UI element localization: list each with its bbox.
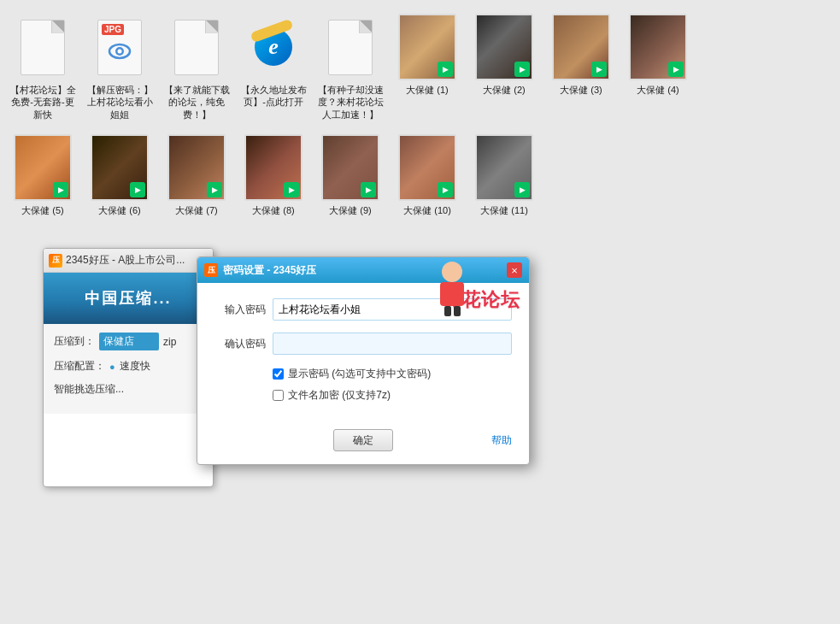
- checkbox1-row: 显示密码 (勾选可支持中文密码): [273, 367, 512, 381]
- photo5-label: 大保健 (5): [21, 204, 64, 216]
- dialog-app-icon: 压: [204, 263, 218, 277]
- photo3-image: [551, 13, 611, 81]
- bg-win-content: 压缩到： 保健店 zip 压缩配置： ● 速度快 智能挑选压缩...: [44, 324, 213, 414]
- photo7-image: [167, 133, 226, 202]
- password-label: 输入密码: [214, 303, 266, 317]
- bg-win-row1: 压缩到： 保健店 zip: [54, 333, 203, 350]
- wechat-badge: [668, 62, 684, 77]
- doc2-label: 【解压密码：】上村花论坛看小姐姐: [84, 84, 156, 121]
- dialog-footer: 确定 帮助: [197, 422, 529, 464]
- checkbox2-row: 文件名加密 (仅支持7z): [273, 388, 512, 403]
- file-icon-doc3[interactable]: 【来了就能下载的论坛，纯免费！】: [158, 9, 235, 125]
- photo8-label: 大保健 (8): [252, 204, 295, 216]
- wechat-badge: [53, 182, 68, 197]
- bg-win-row2-value: 速度快: [120, 359, 150, 374]
- dialog-titlebar: 压 密码设置 - 2345好压 ×: [197, 257, 529, 283]
- desktop-row2: 大保健 (5) 大保健 (6) 大保健 (7) 大保健 (8): [0, 125, 840, 225]
- file-icon-photo9[interactable]: 大保健 (9): [312, 129, 389, 221]
- doc5-image: [320, 13, 380, 81]
- confirm-password-label: 确认密码: [214, 337, 266, 351]
- file-icon-photo5[interactable]: 大保健 (5): [4, 129, 81, 221]
- dialog-title-left: 压 密码设置 - 2345好压: [204, 263, 316, 278]
- bg-win-row2-label: 压缩配置：: [54, 359, 105, 374]
- doc4-image: e: [244, 13, 303, 81]
- photo2-image: [474, 13, 534, 81]
- wechat-badge: [438, 182, 453, 197]
- eye-icon: [107, 42, 132, 61]
- photo9-image: [320, 133, 380, 202]
- photo10-image: [397, 133, 457, 202]
- confirm-password-input[interactable]: [273, 333, 512, 355]
- file-icon-photo4[interactable]: 大保健 (4): [620, 9, 696, 125]
- file-icon-photo11[interactable]: 大保健 (11): [466, 129, 543, 221]
- encrypt-filename-label: 文件名加密 (仅支持7z): [288, 388, 391, 403]
- doc2-image: JPG: [90, 13, 150, 81]
- wechat-badge: [514, 62, 530, 77]
- bg-win-app-icon: 压: [49, 254, 62, 268]
- photo5-image: [13, 133, 73, 202]
- dialog-close-button[interactable]: ×: [507, 262, 522, 278]
- confirm-button[interactable]: 确定: [333, 429, 393, 451]
- bg-win-titlebar: 压 2345好压 - A股上市公司...: [44, 249, 213, 273]
- file-icon-photo6[interactable]: 大保健 (6): [81, 129, 158, 221]
- password-dialog: 压 密码设置 - 2345好压 × 村花论坛 输入密码 确认密码: [197, 256, 530, 465]
- photo11-label: 大保健 (11): [480, 204, 528, 216]
- doc1-image: [13, 13, 73, 81]
- photo1-image: [397, 13, 457, 81]
- bg-win-row3: 智能挑选压缩...: [54, 382, 203, 397]
- doc3-label: 【来了就能下载的论坛，纯免费！】: [161, 84, 232, 121]
- wechat-badge: [438, 62, 453, 77]
- bg-win-row3-text: 智能挑选压缩...: [54, 382, 124, 397]
- photo6-label: 大保健 (6): [98, 204, 141, 216]
- photo6-image: [90, 133, 150, 202]
- confirm-password-row: 确认密码: [214, 333, 512, 355]
- bg-win-title: 2345好压 - A股上市公司...: [66, 253, 185, 268]
- show-password-checkbox[interactable]: [273, 368, 284, 380]
- bg-window-2345: 压 2345好压 - A股上市公司... 中国压缩... 压缩到： 保健店 zi…: [43, 248, 214, 487]
- bg-win-row1-suffix: zip: [163, 336, 176, 348]
- file-icon-doc5[interactable]: 【有种子却没速度？来村花论坛人工加速！】: [312, 9, 389, 125]
- help-link[interactable]: 帮助: [491, 433, 512, 448]
- file-icon-photo3[interactable]: 大保健 (3): [543, 9, 620, 125]
- file-icon-doc2[interactable]: JPG 【解压密码：】上村花论坛看小姐姐: [81, 9, 158, 125]
- photo2-label: 大保健 (2): [483, 84, 526, 96]
- bg-win-row2: 压缩配置： ● 速度快: [54, 359, 203, 374]
- file-icon-doc1[interactable]: 【村花论坛】全免费-无套路-更新快: [4, 9, 81, 125]
- photo1-label: 大保健 (1): [406, 84, 449, 96]
- photo4-image: [628, 13, 688, 81]
- ie-icon: e: [255, 28, 292, 66]
- photo3-label: 大保健 (3): [560, 84, 602, 96]
- encrypt-filename-checkbox[interactable]: [273, 390, 284, 401]
- wechat-badge: [514, 182, 530, 197]
- bg-win-body-text: 中国压缩...: [85, 288, 171, 309]
- show-password-label: 显示密码 (勾选可支持中文密码): [288, 367, 431, 381]
- wechat-badge: [361, 182, 376, 197]
- bg-win-row1-label: 压缩到：: [54, 334, 95, 349]
- file-icon-photo7[interactable]: 大保健 (7): [158, 129, 235, 221]
- svg-point-2: [118, 50, 122, 54]
- file-icon-doc4[interactable]: e 【永久地址发布页】-点此打开: [235, 9, 312, 125]
- file-icon-photo2[interactable]: 大保健 (2): [466, 9, 543, 125]
- photo7-label: 大保健 (7): [175, 204, 218, 216]
- dialog-body: 村花论坛 输入密码 确认密码 显示密码 (勾选可支持中文密码: [197, 283, 529, 422]
- doc1-label: 【村花论坛】全免费-无套路-更新快: [7, 84, 79, 121]
- photo10-label: 大保健 (10): [403, 204, 451, 216]
- wechat-badge: [284, 182, 299, 197]
- wechat-badge: [207, 182, 222, 197]
- wechat-badge: [130, 182, 145, 197]
- bg-win-row1-value: 保健店: [99, 333, 159, 350]
- desktop-row1: 【村花论坛】全免费-无套路-更新快 JPG 【解压密码：】上村花论坛看小姐姐 【…: [0, 0, 840, 125]
- wechat-badge: [591, 62, 607, 77]
- file-icon-photo8[interactable]: 大保健 (8): [235, 129, 312, 221]
- mascot-figure: [426, 262, 478, 321]
- doc3-image: [167, 13, 226, 81]
- bg-win-row2-radio: ●: [109, 362, 115, 372]
- dialog-title-text: 密码设置 - 2345好压: [223, 263, 316, 278]
- photo11-image: [474, 133, 534, 202]
- photo8-image: [244, 133, 303, 202]
- doc4-label: 【永久地址发布页】-点此打开: [238, 84, 309, 109]
- doc5-label: 【有种子却没速度？来村花论坛人工加速！】: [314, 84, 386, 121]
- file-icon-photo10[interactable]: 大保健 (10): [389, 129, 466, 221]
- file-icon-photo1[interactable]: 大保健 (1): [389, 9, 466, 125]
- bg-win-body: 中国压缩...: [44, 273, 213, 324]
